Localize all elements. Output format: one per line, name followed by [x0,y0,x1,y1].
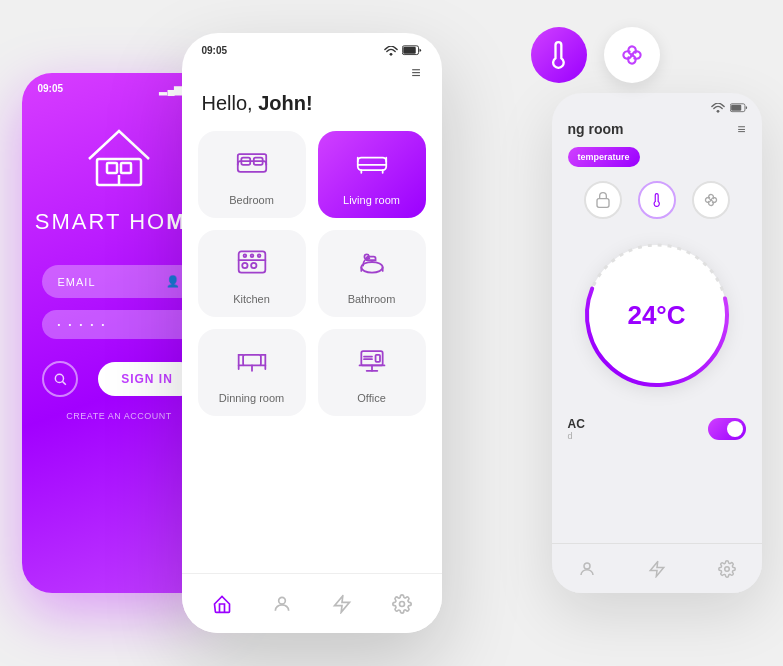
svg-point-49 [724,566,729,571]
rooms-grid: Bedroom Living room [182,131,442,416]
svg-rect-4 [121,163,131,173]
dinning-room-icon [236,345,268,384]
right-nav-profile[interactable] [569,551,605,587]
svg-rect-14 [357,158,385,170]
room-card-office[interactable]: Office [318,329,426,416]
room-card-living-room[interactable]: Living room [318,131,426,218]
menu-icon[interactable]: ≡ [182,62,442,84]
thermostat-ring[interactable]: 24°C [587,245,727,385]
bottom-nav-center [182,573,442,633]
living-room-icon [356,147,388,186]
greeting-text: Hello, John! [182,84,442,131]
nav-profile[interactable] [264,586,300,622]
svg-point-20 [250,254,253,257]
dinning-room-label: Dinning room [219,392,284,404]
bedroom-icon [236,147,268,186]
floating-fan-icon [604,27,660,83]
svg-rect-36 [375,355,379,362]
user-icon: 👤 [166,275,181,288]
control-tabs: temperature [552,141,762,173]
lock-icon-btn[interactable] [584,181,622,219]
svg-point-8 [389,52,392,55]
menu-icon-right[interactable]: ≡ [737,121,745,137]
signal-icon: ▂▄▆ [159,84,182,95]
phone-right: ng room ≡ temperature [552,93,762,593]
svg-point-48 [584,563,590,569]
bathroom-icon [356,246,388,285]
tab-temperature[interactable]: temperature [568,147,640,167]
right-nav-activity[interactable] [639,551,675,587]
user-name: John! [258,92,312,114]
office-label: Office [357,392,386,404]
room-card-bedroom[interactable]: Bedroom [198,131,306,218]
bottom-section-right: AC d [552,403,762,455]
svg-point-6 [55,374,63,382]
nav-home[interactable] [204,586,240,622]
room-card-dinning-room[interactable]: Dinning room [198,329,306,416]
password-input[interactable]: • • • • • [42,310,197,339]
email-label: EMAIL [58,276,96,288]
svg-point-21 [257,254,260,257]
floating-thermometer-icon [531,27,587,83]
svg-point-0 [630,53,634,57]
greeting-prefix: Hello, [202,92,259,114]
svg-point-41 [716,110,719,113]
kitchen-label: Kitchen [233,293,270,305]
status-bar-right [552,93,762,117]
search-button[interactable] [42,361,78,397]
nav-settings[interactable] [384,586,420,622]
room-card-bathroom[interactable]: Bathroom [318,230,426,317]
control-icons-row [552,173,762,227]
svg-point-22 [361,262,382,273]
right-nav-settings[interactable] [709,551,745,587]
bottom-nav-right [552,543,762,593]
svg-line-7 [62,382,65,385]
status-bar-center: 09:05 [182,33,442,62]
time-left: 09:05 [38,83,64,95]
svg-point-18 [251,263,256,268]
room-card-kitchen[interactable]: Kitchen [198,230,306,317]
ac-toggle[interactable] [708,418,746,440]
temp-value: 24°C [627,300,685,331]
create-account-link[interactable]: CREATE AN ACCOUNT [42,411,197,421]
nav-activity[interactable] [324,586,360,622]
svg-point-17 [242,263,247,268]
office-icon [356,345,388,384]
svg-rect-24 [243,355,261,366]
bedroom-label: Bedroom [229,194,274,206]
ac-row: AC d [568,411,746,447]
ac-info: AC d [568,417,585,441]
email-input[interactable]: EMAIL 👤 [42,265,197,298]
svg-rect-3 [107,163,117,173]
svg-point-39 [278,597,285,604]
room-title-right: ng room [568,121,624,137]
svg-rect-44 [597,199,609,208]
thermostat-area: 24°C [552,235,762,395]
svg-point-40 [399,601,404,606]
living-room-label: Living room [343,194,400,206]
ac-sub: d [568,431,585,441]
svg-rect-10 [403,47,416,54]
svg-point-45 [709,199,711,201]
svg-rect-43 [731,105,741,111]
password-dots: • • • • • [58,320,108,329]
time-center: 09:05 [202,45,228,56]
phone-center: 09:05 ≡ Hello, John! [182,33,442,633]
ac-label: AC [568,417,585,431]
fan-icon-btn[interactable] [692,181,730,219]
room-header-right: ng room ≡ [552,117,762,141]
thermometer-icon-btn[interactable] [638,181,676,219]
status-icons-center [384,45,422,56]
kitchen-icon [236,246,268,285]
bathroom-label: Bathroom [348,293,396,305]
svg-point-19 [243,254,246,257]
